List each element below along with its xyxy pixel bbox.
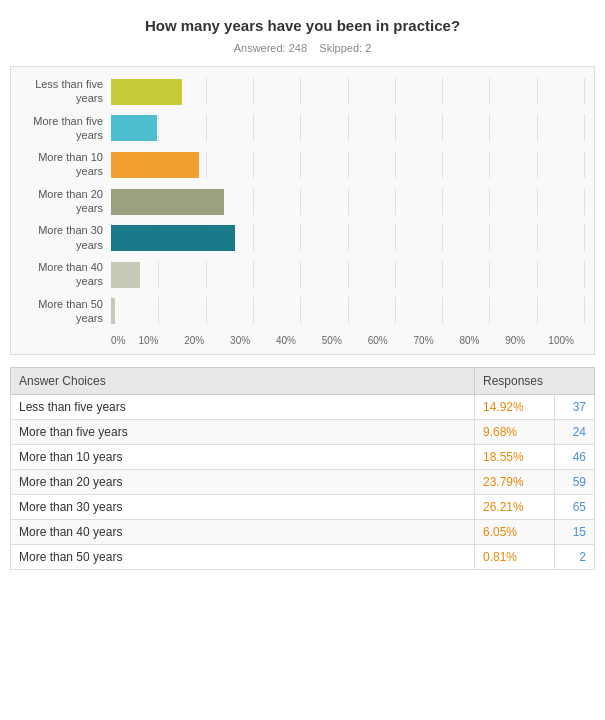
table-cell-pct: 23.79%: [475, 470, 555, 495]
bar-fill: [111, 298, 115, 324]
x-axis-label: 90%: [492, 335, 538, 346]
chart-title: How many years have you been in practice…: [10, 15, 595, 36]
bar-row: Less than five years: [21, 77, 584, 106]
table-cell-count: 46: [555, 445, 595, 470]
x-axis-label: 60%: [355, 335, 401, 346]
table-cell-count: 24: [555, 420, 595, 445]
table-cell-pct: 9.68%: [475, 420, 555, 445]
x-axis-label: 50%: [309, 335, 355, 346]
x-axis-label: 70%: [401, 335, 447, 346]
table-cell-pct: 18.55%: [475, 445, 555, 470]
table-row: More than 20 years23.79%59: [11, 470, 595, 495]
table-cell-count: 65: [555, 495, 595, 520]
table-row: Less than five years14.92%37: [11, 395, 595, 420]
bar-row: More than 20 years: [21, 187, 584, 216]
table-cell-count: 15: [555, 520, 595, 545]
bar-fill: [111, 115, 157, 141]
table-cell-label: More than 40 years: [11, 520, 475, 545]
stats-row: Answered: 248 Skipped: 2: [10, 42, 595, 54]
table-cell-label: Less than five years: [11, 395, 475, 420]
table-cell-label: More than five years: [11, 420, 475, 445]
table-cell-count: 2: [555, 545, 595, 570]
bar-label: Less than five years: [21, 77, 111, 106]
bar-row: More than 40 years: [21, 260, 584, 289]
bar-fill: [111, 225, 235, 251]
bar-row: More than five years: [21, 114, 584, 143]
bar-row: More than 50 years: [21, 297, 584, 326]
bar-label: More than 50 years: [21, 297, 111, 326]
bar-label: More than 40 years: [21, 260, 111, 289]
x-axis-label: 30%: [217, 335, 263, 346]
bar-label: More than 20 years: [21, 187, 111, 216]
table-cell-count: 59: [555, 470, 595, 495]
x-axis-label: 10%: [125, 335, 171, 346]
table-cell-label: More than 10 years: [11, 445, 475, 470]
table-cell-pct: 14.92%: [475, 395, 555, 420]
x-axis-label: 80%: [446, 335, 492, 346]
table-cell-label: More than 50 years: [11, 545, 475, 570]
bar-wrapper: [111, 188, 584, 215]
table-row: More than five years9.68%24: [11, 420, 595, 445]
x-axis-label: 20%: [171, 335, 217, 346]
answered-label: Answered:: [234, 42, 286, 54]
answered-value: 248: [289, 42, 307, 54]
bar-wrapper: [111, 224, 584, 251]
chart-area: Less than five yearsMore than five years…: [10, 66, 595, 355]
bar-row: More than 30 years: [21, 223, 584, 252]
skipped-label: Skipped:: [319, 42, 362, 54]
bar-row: More than 10 years: [21, 150, 584, 179]
bar-fill: [111, 79, 182, 105]
x-axis-label: 0%: [111, 335, 125, 346]
table-row: More than 30 years26.21%65: [11, 495, 595, 520]
bar-wrapper: [111, 261, 584, 288]
bar-wrapper: [111, 151, 584, 178]
bar-label: More than five years: [21, 114, 111, 143]
table-cell-count: 37: [555, 395, 595, 420]
table-cell-pct: 6.05%: [475, 520, 555, 545]
bar-wrapper: [111, 114, 584, 141]
table-cell-pct: 26.21%: [475, 495, 555, 520]
table-cell-label: More than 20 years: [11, 470, 475, 495]
table-row: More than 10 years18.55%46: [11, 445, 595, 470]
bar-fill: [111, 152, 199, 178]
bar-label: More than 10 years: [21, 150, 111, 179]
table-cell-label: More than 30 years: [11, 495, 475, 520]
bar-wrapper: [111, 78, 584, 105]
bar-label: More than 30 years: [21, 223, 111, 252]
col-responses: Responses: [475, 368, 595, 395]
col-answer-choices: Answer Choices: [11, 368, 475, 395]
table-cell-pct: 0.81%: [475, 545, 555, 570]
x-axis-label: 40%: [263, 335, 309, 346]
bar-wrapper: [111, 297, 584, 324]
bar-fill: [111, 262, 140, 288]
table-row: More than 40 years6.05%15: [11, 520, 595, 545]
page-container: How many years have you been in practice…: [0, 0, 605, 580]
data-table: Answer Choices Responses Less than five …: [10, 367, 595, 570]
bar-fill: [111, 189, 224, 215]
table-row: More than 50 years0.81%2: [11, 545, 595, 570]
skipped-value: 2: [365, 42, 371, 54]
x-axis-label: 100%: [538, 335, 584, 346]
